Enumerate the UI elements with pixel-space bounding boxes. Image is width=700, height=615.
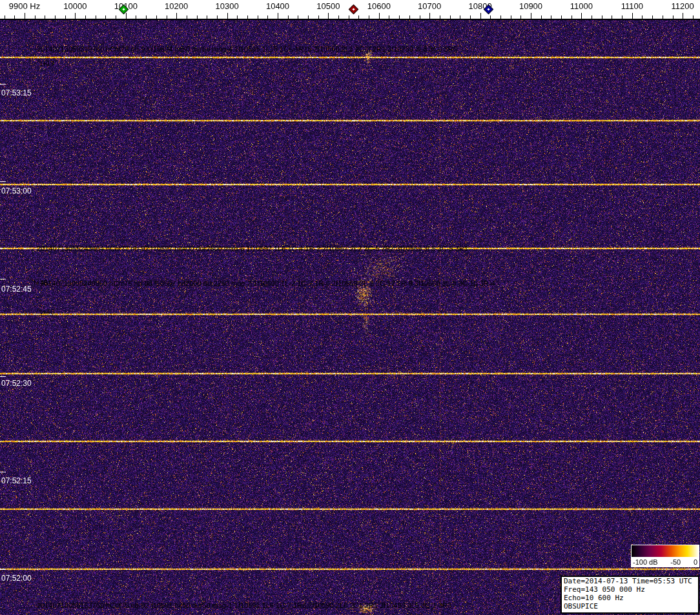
ruler-tick: [258, 15, 258, 19]
freq-label-10600: 10600: [367, 1, 391, 11]
ruler-tick: [592, 15, 592, 19]
ruler-tick: [217, 15, 218, 19]
marker-diamond-red-icon[interactable]: [349, 5, 359, 15]
freq-label-9900: 9900 Hz: [9, 1, 40, 11]
ruler-tick: [267, 15, 268, 19]
ruler-tick: [379, 13, 380, 19]
legend-min-label: -100 dB: [633, 558, 658, 567]
ruler-tick: [571, 15, 572, 19]
ruler-tick: [176, 13, 177, 19]
ruler-tick: [278, 13, 278, 19]
info-date-time: Date=2014-07-13 Time=05:53 UTC: [564, 577, 696, 585]
ruler-tick: [146, 15, 147, 19]
ruler-tick: [349, 15, 349, 19]
ruler-tick: [511, 15, 511, 19]
ruler-tick: [197, 15, 198, 19]
legend-max-label: 0: [694, 558, 697, 567]
ruler-tick: [167, 15, 167, 19]
ruler-tick: [358, 15, 359, 19]
ruler-tick: [207, 15, 207, 19]
freq-label-10500: 10500: [316, 1, 340, 11]
ruler-tick: [288, 15, 289, 19]
ruler-tick: [187, 15, 187, 19]
ruler-tick: [673, 15, 674, 19]
ruler-tick: [683, 13, 683, 19]
freq-label-11100: 11100: [621, 1, 643, 11]
ruler-tick: [308, 15, 309, 19]
ruler-tick: [237, 15, 238, 19]
ruler-tick: [227, 13, 228, 19]
spectrogram-canvas: [0, 20, 700, 615]
color-gradient-bar: [631, 545, 699, 558]
ruler-tick: [389, 15, 389, 19]
observation-info-box: Date=2014-07-13 Time=05:53 UTC Freq=143 …: [561, 576, 699, 614]
legend-mid-label: -50: [670, 558, 681, 567]
ruler-tick: [45, 15, 45, 19]
info-frequency: Freq=143 050 000 Hz: [564, 585, 696, 594]
ruler-tick: [156, 15, 157, 19]
ruler-tick: [460, 15, 460, 19]
freq-label-10000: 10000: [63, 1, 87, 11]
ruler-tick: [55, 15, 56, 19]
ruler-tick: [632, 13, 633, 19]
ruler-tick: [490, 15, 491, 19]
ruler-tick: [25, 13, 25, 19]
ruler-tick: [480, 13, 481, 19]
info-echo-frequency: Echo=10 600 Hz: [564, 594, 696, 602]
ruler-tick: [652, 15, 653, 19]
freq-label-10400: 10400: [266, 1, 289, 11]
freq-label-10900: 10900: [519, 1, 542, 11]
ruler-tick: [420, 15, 420, 19]
ruler-tick: [612, 15, 612, 19]
ruler-tick: [116, 15, 116, 19]
ruler-tick: [500, 15, 501, 19]
ruler-tick: [5, 15, 5, 19]
color-scale-legend: -100 dB -50 0: [631, 545, 699, 567]
marker-center-dot: [488, 8, 490, 10]
ruler-tick: [14, 15, 15, 19]
ruler-tick: [369, 15, 369, 19]
freq-label-11200: 11200: [672, 1, 694, 11]
marker-center-dot: [352, 8, 355, 10]
ruler-tick: [551, 15, 551, 19]
ruler-tick: [105, 15, 106, 19]
ruler-tick: [663, 15, 663, 19]
ruler-tick: [338, 15, 339, 19]
ruler-tick: [531, 13, 531, 19]
ruler-tick: [470, 15, 471, 19]
ruler-tick: [429, 13, 430, 19]
freq-label-10200: 10200: [165, 1, 188, 11]
ruler-tick: [541, 15, 542, 19]
info-station-name: OBSUPICE: [564, 602, 696, 610]
ruler-tick: [450, 15, 451, 19]
ruler-tick: [318, 15, 319, 19]
ruler-tick: [642, 15, 643, 19]
ruler-tick: [35, 15, 36, 19]
ruler-tick: [622, 15, 623, 19]
ruler-tick: [96, 15, 96, 19]
marker-center-dot: [122, 8, 125, 10]
freq-label-10300: 10300: [216, 1, 239, 11]
ruler-tick: [328, 13, 329, 19]
ruler-tick: [520, 15, 521, 19]
frequency-ruler: 9900 Hz100001010010200103001040010500106…: [0, 0, 700, 20]
ruler-tick: [65, 15, 66, 19]
ruler-tick: [136, 15, 136, 19]
ruler-tick: [561, 15, 562, 19]
ruler-tick: [602, 15, 602, 19]
color-scale-labels: -100 dB -50 0: [631, 558, 699, 567]
freq-label-10700: 10700: [418, 1, 441, 11]
ruler-tick: [75, 13, 76, 19]
freq-label-11000: 11000: [570, 1, 593, 11]
ruler-tick: [440, 15, 440, 19]
meteor-spectrogram-window: 9900 Hz100001010010200103001040010500106…: [0, 0, 700, 615]
ruler-tick: [581, 13, 582, 19]
ruler-tick: [693, 15, 694, 19]
ruler-tick: [126, 13, 127, 19]
ruler-tick: [298, 15, 298, 19]
ruler-tick: [399, 15, 400, 19]
ruler-tick: [85, 15, 86, 19]
ruler-tick: [247, 15, 248, 19]
ruler-tick: [409, 15, 410, 19]
